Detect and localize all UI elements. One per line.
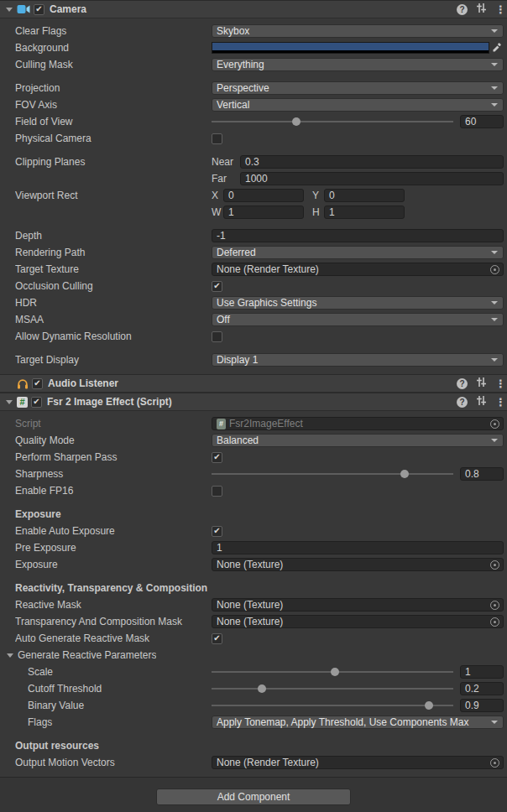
field-of-view-slider-track[interactable] — [212, 115, 453, 128]
kebab-menu-icon[interactable]: ⋮ — [495, 4, 502, 15]
generate-reactive-parameters-foldout-icon[interactable] — [7, 653, 13, 658]
perform-sharpen-pass-checkbox[interactable]: ✔ — [212, 452, 222, 463]
projection-dropdown[interactable]: Perspective — [212, 81, 504, 95]
target-texture-object-field[interactable]: None (Render Texture) — [212, 263, 504, 276]
cutoff-threshold-slider-thumb[interactable] — [258, 684, 266, 693]
binary-value-slider-thumb[interactable] — [425, 701, 433, 710]
object-picker-icon[interactable] — [490, 758, 499, 768]
viewport-rect-wh-field-w[interactable]: 1 — [223, 206, 304, 219]
exposure-object-field[interactable]: None (Texture) — [212, 558, 504, 571]
object-picker-icon[interactable] — [490, 617, 499, 627]
reactive-mask-object-field[interactable]: None (Texture) — [212, 598, 504, 612]
viewport-rect-wh-field-h[interactable]: 1 — [324, 206, 405, 219]
fsr2-foldout-icon[interactable] — [6, 400, 13, 404]
quality-mode-dropdown[interactable]: Balanced — [212, 434, 504, 447]
target-display-dropdown[interactable]: Display 1 — [212, 353, 504, 367]
presets-icon[interactable] — [476, 3, 487, 16]
fsr2-enabled-checkbox[interactable]: ✔ — [31, 397, 42, 408]
scale-slider-track[interactable] — [212, 665, 453, 679]
auto-generate-reactive-mask-checkbox[interactable]: ✔ — [212, 633, 222, 644]
object-picker-icon[interactable] — [490, 265, 499, 274]
physical-camera-checkbox[interactable] — [212, 133, 222, 144]
rendering-path-dropdown[interactable]: Deferred — [212, 246, 504, 259]
cutoff-threshold-slider-track[interactable] — [212, 682, 453, 695]
sharpness-slider-thumb[interactable] — [400, 470, 409, 478]
camera-enabled-checkbox[interactable]: ✔ — [34, 4, 44, 15]
target-texture-value: None (Render Texture) — [212, 263, 504, 276]
clipping-planes-far-field[interactable]: 1000 — [240, 172, 504, 185]
transparency-and-composition-mask-object-field[interactable]: None (Texture) — [212, 615, 504, 628]
field-of-view-slider-thumb[interactable] — [292, 117, 301, 126]
chevron-down-icon — [491, 63, 498, 66]
kebab-menu-icon[interactable]: ⋮ — [495, 378, 502, 389]
chevron-down-icon — [491, 86, 498, 90]
chevron-down-icon — [491, 318, 498, 321]
projection-selected-value: Perspective — [217, 82, 487, 94]
add-component-button[interactable]: Add Component — [156, 789, 351, 805]
output-motion-vectors-value: None (Render Texture) — [212, 756, 504, 769]
allow-dynamic-resolution-checkbox[interactable] — [212, 331, 222, 342]
eyedropper-icon[interactable] — [489, 43, 504, 53]
object-picker-icon[interactable] — [490, 560, 499, 570]
fov-axis-dropdown[interactable]: Vertical — [212, 98, 504, 112]
occlusion-culling-checkbox[interactable]: ✔ — [212, 281, 222, 292]
sharpness-number-field[interactable]: 0.8 — [460, 467, 504, 481]
clipping-planes-far-row: Far1000 — [0, 170, 507, 187]
help-icon[interactable]: ? — [457, 4, 468, 15]
sharpness-slider-track[interactable] — [212, 467, 453, 481]
object-picker-icon[interactable] — [490, 419, 499, 429]
binary-value-slider-track[interactable] — [212, 699, 453, 712]
auto-generate-reactive-mask-label: Auto Generate Reactive Mask — [15, 632, 212, 644]
viewport-rect-xy-field-x[interactable]: 0 — [223, 189, 304, 202]
script-row: Script#Fsr2ImageEffect — [0, 415, 507, 432]
scale-label: Scale — [28, 666, 212, 678]
help-icon[interactable]: ? — [457, 378, 468, 389]
clear-flags-dropdown[interactable]: Skybox — [212, 24, 504, 38]
exposure-object-value: None (Texture) — [217, 559, 487, 570]
help-icon[interactable]: ? — [457, 397, 468, 408]
flags-dropdown[interactable]: Apply Tonemap, Apply Threshold, Use Comp… — [212, 716, 504, 729]
inspector-footer: Add Component — [0, 777, 507, 812]
field-of-view-number-field[interactable]: 60 — [460, 115, 504, 128]
pre-exposure-field[interactable]: 1 — [212, 541, 504, 554]
enable-fp16-checkbox[interactable] — [212, 486, 222, 497]
target-display-selected-value: Display 1 — [217, 354, 487, 366]
alpha-bar — [212, 50, 489, 53]
scale-number-field[interactable]: 1 — [460, 665, 504, 679]
camera-foldout-icon[interactable] — [6, 8, 13, 12]
chevron-down-icon — [491, 251, 498, 254]
allow-dynamic-resolution-label: Allow Dynamic Resolution — [15, 331, 212, 342]
physical-camera-label: Physical Camera — [15, 133, 212, 144]
binary-value-label: Binary Value — [28, 700, 212, 711]
clipping-planes-near-field[interactable]: 0.3 — [240, 155, 504, 169]
msaa-value: Off — [212, 313, 504, 326]
cutoff-threshold-number-field[interactable]: 0.2 — [460, 682, 504, 695]
presets-icon[interactable] — [476, 377, 487, 390]
background-color-swatch[interactable] — [212, 42, 489, 54]
flags-selected-value: Apply Tonemap, Apply Threshold, Use Comp… — [217, 716, 487, 728]
depth-field[interactable]: -1 — [212, 229, 504, 242]
output-motion-vectors-object-field[interactable]: None (Render Texture) — [212, 756, 504, 769]
output-resources-section-header: Output resources — [15, 740, 99, 752]
auto-generate-reactive-mask-row: Auto Generate Reactive Mask✔ — [0, 630, 507, 647]
target-display-row: Target DisplayDisplay 1 — [0, 351, 507, 368]
script-icon: # — [17, 397, 28, 408]
allow-dynamic-resolution-value — [212, 331, 504, 342]
script-object-field[interactable]: #Fsr2ImageEffect — [212, 417, 504, 430]
hdr-dropdown[interactable]: Use Graphics Settings — [212, 296, 504, 310]
enable-auto-exposure-checkbox[interactable]: ✔ — [212, 526, 222, 537]
enable-auto-exposure-value: ✔ — [212, 526, 504, 537]
kebab-menu-icon[interactable]: ⋮ — [495, 397, 502, 408]
depth-value: -1 — [212, 229, 504, 242]
culling-mask-dropdown[interactable]: Everything — [212, 58, 504, 71]
exposure-row: ExposureNone (Texture) — [0, 556, 507, 573]
scale-slider-thumb[interactable] — [331, 668, 339, 676]
presets-icon[interactable] — [476, 395, 487, 409]
msaa-dropdown[interactable]: Off — [212, 313, 504, 326]
viewport-rect-xy-field-y[interactable]: 0 — [324, 189, 405, 202]
enable-fp16-label: Enable FP16 — [15, 485, 212, 497]
audio-listener-enabled-checkbox[interactable]: ✔ — [32, 378, 43, 389]
binary-value-number-field[interactable]: 0.9 — [460, 699, 504, 712]
target-texture-object-value: None (Render Texture) — [217, 263, 487, 275]
object-picker-icon[interactable] — [490, 601, 499, 610]
